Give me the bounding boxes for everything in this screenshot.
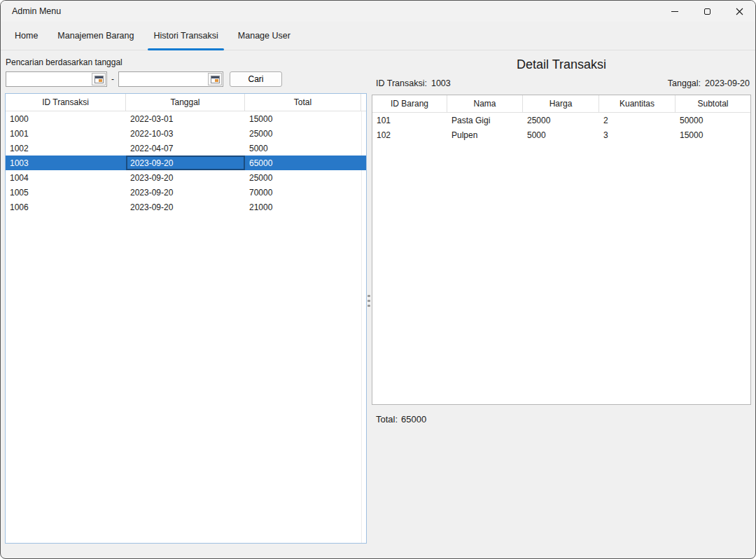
transaction-row[interactable]: 1000 2022-03-01 15000 bbox=[6, 111, 366, 126]
tab[interactable]: Manage User bbox=[228, 22, 300, 50]
detail-id-label: ID Transaksi: bbox=[376, 78, 427, 88]
detail-items-body: 101 Pasta Gigi 25000 2 50000 102 Pulpen … bbox=[372, 113, 750, 142]
transaction-id-cell: 1003 bbox=[6, 156, 126, 170]
detail-info-row: ID Transaksi:1003 Tanggal:2023-09-20 bbox=[376, 78, 750, 88]
transaction-id-cell: 1001 bbox=[6, 126, 126, 141]
item-name-cell: Pasta Gigi bbox=[447, 113, 523, 127]
transactions-table: ID TransaksiTanggalTotal 1000 2022-03-01… bbox=[5, 93, 367, 544]
table-edge-line bbox=[361, 111, 362, 543]
window-controls bbox=[659, 1, 755, 22]
tab-label: Histori Transaksi bbox=[153, 31, 218, 41]
transaction-total-cell: 70000 bbox=[245, 185, 361, 200]
item-id-cell: 101 bbox=[372, 113, 447, 127]
transaction-date-cell: 2023-09-20 bbox=[126, 170, 245, 185]
date-to-input[interactable] bbox=[120, 72, 208, 86]
histori-transaksi-panel: Pencarian berdasarkan tanggal - Cari ID bbox=[1, 50, 755, 558]
item-subtotal-cell: 50000 bbox=[676, 113, 750, 127]
detail-items-table: ID BarangNamaHargaKuantitasSubtotal 101 … bbox=[372, 95, 751, 405]
maximize-icon bbox=[704, 8, 710, 15]
transaction-row[interactable]: 1001 2022-10-03 25000 bbox=[6, 126, 366, 141]
item-qty-cell: 3 bbox=[599, 127, 676, 142]
transactions-header: ID TransaksiTanggalTotal bbox=[6, 94, 366, 111]
transactions-body: 1000 2022-03-01 15000 1001 2022-10-03 25… bbox=[6, 111, 366, 214]
grip-dots-icon bbox=[368, 295, 370, 297]
grip-dots-icon bbox=[368, 305, 370, 307]
tab[interactable]: Home bbox=[5, 22, 48, 50]
date-from-calendar-button[interactable] bbox=[92, 73, 106, 85]
date-to-calendar-button[interactable] bbox=[208, 73, 222, 85]
detail-item-row[interactable]: 101 Pasta Gigi 25000 2 50000 bbox=[372, 113, 750, 127]
detail-date-label: Tanggal: bbox=[668, 78, 701, 88]
transaction-id-cell: 1000 bbox=[6, 111, 126, 126]
tab[interactable]: Manajemen Barang bbox=[48, 22, 144, 50]
tab-label: Home bbox=[15, 31, 38, 41]
grip-dots-icon bbox=[368, 300, 370, 302]
transactions-column-header[interactable]: Tanggal bbox=[126, 94, 245, 111]
transaction-row[interactable]: 1004 2023-09-20 25000 bbox=[6, 170, 366, 185]
tab[interactable]: Histori Transaksi bbox=[144, 22, 227, 50]
item-price-cell: 5000 bbox=[523, 127, 599, 142]
detail-date-value: 2023-09-20 bbox=[705, 78, 750, 88]
detail-id-value: 1003 bbox=[431, 78, 451, 88]
date-from-picker[interactable] bbox=[6, 71, 107, 87]
transaction-date-cell: 2023-09-20 bbox=[126, 185, 245, 200]
transaction-id-cell: 1006 bbox=[6, 200, 126, 214]
detail-column-header[interactable]: Subtotal bbox=[676, 95, 750, 112]
detail-items-header: ID BarangNamaHargaKuantitasSubtotal bbox=[372, 95, 750, 113]
transaction-total-cell: 25000 bbox=[245, 170, 361, 185]
item-price-cell: 25000 bbox=[523, 113, 599, 127]
transaction-total-cell: 21000 bbox=[245, 200, 361, 214]
transaction-id-cell: 1004 bbox=[6, 170, 126, 185]
detail-column-header[interactable]: Nama bbox=[447, 95, 523, 112]
date-search-controls: - Cari bbox=[6, 71, 282, 87]
detail-column-header[interactable]: ID Barang bbox=[372, 95, 447, 112]
transaction-total-cell: 15000 bbox=[245, 111, 361, 126]
detail-id: ID Transaksi:1003 bbox=[376, 78, 451, 88]
item-name-cell: Pulpen bbox=[447, 127, 523, 142]
close-icon bbox=[736, 8, 743, 15]
detail-title: Detail Transaksi bbox=[372, 57, 751, 72]
detail-column-header[interactable]: Harga bbox=[523, 95, 599, 112]
detail-total: Total:65000 bbox=[376, 414, 426, 425]
detail-item-row[interactable]: 102 Pulpen 5000 3 15000 bbox=[372, 127, 750, 142]
transaction-total-cell: 25000 bbox=[245, 126, 361, 141]
transaction-total-cell: 5000 bbox=[245, 141, 361, 156]
item-qty-cell: 2 bbox=[599, 113, 676, 127]
transaction-row[interactable]: 1003 2023-09-20 65000 bbox=[6, 156, 366, 170]
transaction-row[interactable]: 1005 2023-09-20 70000 bbox=[6, 185, 366, 200]
transaction-date-cell: 2023-09-20 bbox=[126, 200, 245, 214]
minimize-icon bbox=[671, 11, 678, 12]
detail-date: Tanggal:2023-09-20 bbox=[668, 78, 750, 88]
transaction-date-cell: 2022-03-01 bbox=[126, 111, 245, 126]
search-by-date-label: Pencarian berdasarkan tanggal bbox=[6, 57, 122, 67]
tab-label: Manage User bbox=[238, 31, 290, 41]
calendar-icon bbox=[211, 76, 220, 83]
calendar-icon bbox=[94, 76, 104, 83]
app-window: Admin Menu Home Manajemen Barang H bbox=[0, 0, 756, 559]
transactions-column-header[interactable]: ID Transaksi bbox=[6, 94, 126, 111]
close-button[interactable] bbox=[723, 1, 755, 22]
date-to-picker[interactable] bbox=[118, 71, 223, 87]
date-from-input[interactable] bbox=[7, 72, 92, 86]
cari-button[interactable]: Cari bbox=[230, 71, 282, 87]
tab-label: Manajemen Barang bbox=[57, 31, 134, 41]
transaction-row[interactable]: 1002 2022-04-07 5000 bbox=[6, 141, 366, 156]
maximize-button[interactable] bbox=[691, 1, 723, 22]
transaction-date-cell: 2022-10-03 bbox=[126, 126, 245, 141]
transactions-column-header[interactable]: Total bbox=[245, 94, 361, 111]
transaction-date-cell: 2022-04-07 bbox=[126, 141, 245, 156]
tab-bar: Home Manajemen Barang Histori Transaksi … bbox=[1, 22, 755, 50]
transaction-date-cell: 2023-09-20 bbox=[126, 156, 245, 170]
transaction-total-cell: 65000 bbox=[245, 156, 361, 170]
title-bar[interactable]: Admin Menu bbox=[1, 1, 755, 22]
detail-total-label: Total: bbox=[376, 414, 398, 425]
window-title: Admin Menu bbox=[1, 6, 61, 16]
splitter-handle[interactable] bbox=[366, 295, 372, 307]
detail-total-value: 65000 bbox=[401, 414, 426, 425]
date-range-separator: - bbox=[111, 74, 114, 84]
minimize-button[interactable] bbox=[659, 1, 691, 22]
transaction-id-cell: 1002 bbox=[6, 141, 126, 156]
transaction-row[interactable]: 1006 2023-09-20 21000 bbox=[6, 200, 366, 214]
item-subtotal-cell: 15000 bbox=[676, 127, 750, 142]
detail-column-header[interactable]: Kuantitas bbox=[599, 95, 676, 112]
